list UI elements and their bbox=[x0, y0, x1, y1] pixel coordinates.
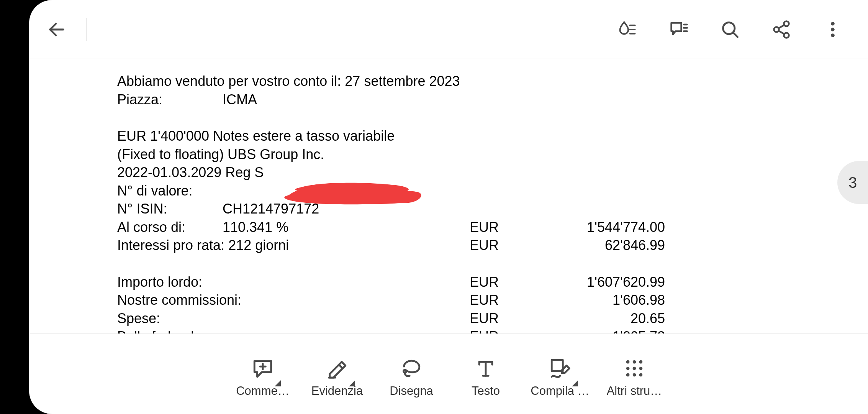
corso-label: Al corso di: bbox=[117, 218, 223, 237]
fill-sign-icon bbox=[549, 357, 571, 380]
valore-value bbox=[223, 182, 826, 200]
svg-line-13 bbox=[779, 31, 784, 34]
svg-point-31 bbox=[633, 366, 636, 370]
comment-plus-icon bbox=[252, 357, 274, 380]
tool-highlight-label: Evidenzia bbox=[311, 384, 363, 398]
spese-ccy: EUR bbox=[470, 309, 500, 328]
overflow-menu-button[interactable] bbox=[821, 17, 845, 42]
comment-lines-icon bbox=[669, 20, 689, 39]
bollo-ccy: EUR bbox=[470, 327, 500, 334]
lordo-ccy: EUR bbox=[470, 273, 500, 291]
svg-point-28 bbox=[633, 360, 636, 363]
svg-point-27 bbox=[626, 360, 630, 363]
droplet-lines-icon bbox=[617, 20, 637, 39]
search-button[interactable] bbox=[718, 17, 742, 42]
tool-highlight[interactable]: Evidenzia bbox=[306, 353, 368, 398]
more-vertical-icon bbox=[823, 20, 843, 39]
sold-line: Abbiamo venduto per vostro conto il: 27 … bbox=[117, 72, 826, 90]
lordo-amount: 1'607'620.99 bbox=[500, 273, 665, 291]
bottom-toolbar: Comme… Evidenzia Disegna bbox=[29, 334, 868, 414]
corso-value: 110.341 % bbox=[223, 218, 288, 237]
arrow-left-icon bbox=[47, 20, 67, 39]
isin-value: CH1214797172 bbox=[223, 200, 826, 218]
svg-point-32 bbox=[639, 366, 643, 370]
document-content[interactable]: Abbiamo venduto per vostro conto il: 27 … bbox=[29, 59, 868, 334]
tool-fill-label: Compila … bbox=[531, 384, 589, 398]
security-line-1: EUR 1'400'000 Notes estere a tasso varia… bbox=[117, 127, 826, 145]
valore-label: N° di valore: bbox=[117, 182, 223, 200]
comm-ccy: EUR bbox=[470, 291, 500, 309]
search-icon bbox=[720, 20, 740, 39]
corso-amount: 1'544'774.00 bbox=[500, 218, 665, 237]
tool-comment-label: Comme… bbox=[236, 384, 290, 398]
interessi-ccy: EUR bbox=[470, 236, 500, 255]
tool-text[interactable]: Testo bbox=[455, 353, 516, 398]
tool-more-label: Altri stru… bbox=[607, 384, 662, 398]
sold-date: 27 settembre 2023 bbox=[345, 73, 460, 89]
share-icon bbox=[771, 20, 791, 39]
lasso-icon bbox=[400, 357, 423, 380]
toolbar-divider bbox=[86, 18, 87, 41]
svg-point-30 bbox=[626, 366, 630, 370]
tool-more[interactable]: Altri stru… bbox=[604, 353, 665, 398]
interessi-label: Interessi pro rata: 212 giorni bbox=[117, 236, 470, 255]
svg-point-15 bbox=[831, 28, 835, 31]
tool-fill-sign[interactable]: Compila … bbox=[529, 353, 591, 398]
lordo-label: Importo lordo: bbox=[117, 273, 470, 291]
security-line-3: 2022-01.03.2029 Reg S bbox=[117, 163, 826, 182]
piazza-label: Piazza: bbox=[117, 90, 223, 109]
tool-text-label: Testo bbox=[472, 384, 500, 398]
share-button[interactable] bbox=[769, 17, 794, 42]
top-toolbar bbox=[29, 0, 868, 59]
piazza-value: ICMA bbox=[223, 90, 826, 109]
svg-line-8 bbox=[733, 33, 737, 37]
svg-point-33 bbox=[626, 373, 630, 376]
tool-draw-label: Disegna bbox=[390, 384, 433, 398]
svg-line-12 bbox=[779, 25, 784, 28]
tool-comment[interactable]: Comme… bbox=[232, 353, 293, 398]
app-window: Abbiamo venduto per vostro conto il: 27 … bbox=[29, 0, 868, 414]
grid-dots-icon bbox=[623, 357, 645, 380]
back-button[interactable] bbox=[44, 17, 69, 42]
sold-prefix: Abbiamo venduto per vostro conto il: bbox=[117, 73, 345, 89]
interessi-amount: 62'846.99 bbox=[500, 236, 665, 255]
tool-draw[interactable]: Disegna bbox=[381, 353, 442, 398]
comm-label: Nostre commissioni: bbox=[117, 291, 470, 309]
corso-ccy: EUR bbox=[470, 218, 500, 237]
security-line-2: (Fixed to floating) UBS Group Inc. bbox=[117, 145, 826, 164]
spese-label: Spese: bbox=[117, 309, 470, 328]
text-icon bbox=[475, 357, 497, 380]
svg-point-35 bbox=[639, 373, 643, 376]
liquid-mode-button[interactable] bbox=[615, 17, 640, 42]
highlighter-icon bbox=[326, 357, 348, 380]
svg-point-14 bbox=[831, 22, 835, 26]
bollo-label: Bollo federale: bbox=[117, 327, 470, 334]
comm-amount: 1'606.98 bbox=[500, 291, 665, 309]
isin-label: N° ISIN: bbox=[117, 200, 223, 218]
svg-point-34 bbox=[633, 373, 636, 376]
comment-panel-button[interactable] bbox=[667, 17, 691, 42]
bollo-amount: 1'205.72 bbox=[500, 327, 665, 334]
svg-point-29 bbox=[639, 360, 643, 363]
svg-point-16 bbox=[831, 33, 835, 37]
spese-amount: 20.65 bbox=[500, 309, 665, 328]
svg-rect-26 bbox=[552, 360, 563, 371]
